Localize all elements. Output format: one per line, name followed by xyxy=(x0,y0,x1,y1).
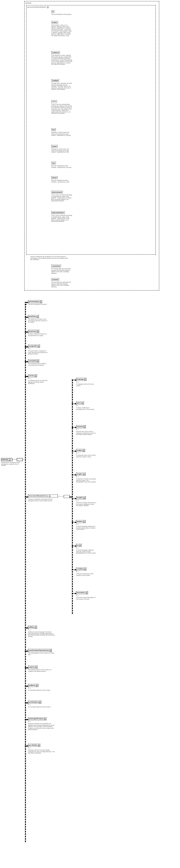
cpa-attr-howuri: howuri xyxy=(51,145,58,148)
dmg-desc: A group of properties associated with th… xyxy=(28,499,55,501)
expand-icon[interactable]: + xyxy=(83,473,85,475)
collapse-icon[interactable]: − xyxy=(47,6,49,8)
collapse-icon[interactable]: − xyxy=(49,495,50,497)
cpa-attr-whyuri: whyuri xyxy=(51,176,58,179)
occurrence: 0..∞ xyxy=(28,747,30,749)
dmg-element-creditline: creditline+ xyxy=(76,567,86,570)
root-desc: Details about the planned news coverage … xyxy=(1,462,21,466)
cpa-group-label: grp:commonPowerAttributes xyxy=(27,6,46,8)
element-edNote: edNote+ xyxy=(28,626,37,629)
xsd-diagram: planning − Details about the planned new… xyxy=(1,1,179,867)
occurrence: 0..∞ xyxy=(28,378,30,379)
cpa-attr-why: why xyxy=(51,162,56,164)
element-desc: A nature, intellectual or journalistic f… xyxy=(76,407,96,410)
element-desc: The editorial urgency of the content, as… xyxy=(28,669,55,672)
occurrence: 0..∞ xyxy=(28,629,30,631)
expand-icon[interactable]: + xyxy=(79,545,81,546)
occurrence: 0..∞ xyxy=(76,500,79,501)
element-desc: A language used by the news content xyxy=(76,383,96,386)
element-itemCount: itemCount+ xyxy=(28,330,39,333)
dmg-occ: 0..∞ xyxy=(58,496,61,497)
collapse-icon[interactable]: − xyxy=(9,459,10,461)
expand-icon[interactable]: + xyxy=(40,301,41,303)
cpa-attr-desc: Why the metadata has been included - exp… xyxy=(51,180,72,183)
element-desc: A free-form textual description of the c… xyxy=(76,597,96,600)
occurrence: 0..∞ xyxy=(76,381,79,383)
element-any---other: any ##other+ xyxy=(28,744,40,747)
cpa-attr-creator: creator xyxy=(51,21,58,24)
cpa-group-desc: A group of attributes for all elements o… xyxy=(30,256,68,260)
cpa-attr-desc: Indicates by which means the -value was … xyxy=(51,132,72,136)
attr-coversfrom: coversfrom xyxy=(51,265,61,267)
expand-icon[interactable]: + xyxy=(83,497,85,499)
element-desc: A free-form expression of the credit(s) … xyxy=(76,573,96,576)
expand-icon[interactable]: + xyxy=(35,666,37,668)
expand-icon[interactable]: + xyxy=(36,316,38,317)
element-desc: A brief and snappy introduction to the c… xyxy=(76,502,96,507)
element-desc: Extension Property; the semantics are de… xyxy=(28,723,55,731)
element-desc: A natural-language statement about the c… xyxy=(76,550,96,554)
expand-icon[interactable]: + xyxy=(81,402,83,404)
expand-icon[interactable]: + xyxy=(36,685,37,686)
expand-icon[interactable]: + xyxy=(83,521,85,523)
occurrence: 0..∞ xyxy=(28,721,30,722)
element-desc: Free-text term to be used for indexing o… xyxy=(76,431,96,435)
expand-icon[interactable]: + xyxy=(39,702,41,703)
expand-icon[interactable]: + xyxy=(84,568,85,570)
element-desc: A sequence of tokens associated with the… xyxy=(76,478,96,483)
element-desc: The kind of planned G2 item(s). xyxy=(28,304,48,305)
element-desc: An important topic of the content; what … xyxy=(76,455,96,458)
element-desc: The scheduled time of delivery for the p… xyxy=(28,363,48,366)
element-urgency: urgency+ xyxy=(28,665,37,669)
element-desc: A natural-language statement of the date… xyxy=(76,526,96,530)
cpa-attr-pubconstrainturi: pubconstrainturi xyxy=(51,211,65,214)
cpa-attr-desc: If the property -value is not defined, s… xyxy=(51,25,72,36)
occurrence: 0..∞ xyxy=(76,571,79,572)
dmg-element-genre: genre+ xyxy=(76,402,84,404)
element-desc: Extension point for pro-vider-specific p… xyxy=(28,749,55,754)
expand-icon[interactable]: + xyxy=(37,345,39,347)
element-scheduled: scheduled+ xyxy=(28,360,39,363)
expand-icon[interactable]: + xyxy=(34,626,36,628)
sequence-root xyxy=(17,458,23,461)
occurrence: 0..∞ xyxy=(76,429,79,430)
occurrence: 0..∞ xyxy=(76,524,79,525)
element-desc: An editorial service by which the planne… xyxy=(28,380,48,384)
element-planningExtProperty: planningExtProperty+ xyxy=(28,717,46,720)
element-itemClass: itemClass+ xyxy=(28,315,39,318)
element-desc: The party which is assigned to cover the… xyxy=(28,350,48,355)
cpa-attr-desc: One or many constraints that apply to pu… xyxy=(51,194,72,202)
occurrence: 0..∞ xyxy=(28,348,30,350)
occurrence: 0..∞ xyxy=(28,687,30,689)
cpa-attr-desc: If the attribute is empty, specifies whi… xyxy=(51,55,72,65)
occurrence: 0..∞ xyxy=(76,453,79,454)
cpa-attr-*******: ******* xyxy=(51,100,57,103)
cpa-attr-desc: Indicates by which means the -value was … xyxy=(51,149,72,153)
dmg-group: DescriptiveMetadataGroup − xyxy=(28,495,58,497)
dmg-element-description: description+ xyxy=(76,591,88,594)
cpa-attr-pubconstraint: pubconstraint xyxy=(51,191,63,193)
occurrence: 0..∞ xyxy=(76,476,79,478)
expand-icon[interactable]: + xyxy=(44,718,46,720)
dmg-element-by: by+ xyxy=(76,544,81,547)
expand-icon[interactable]: + xyxy=(84,379,85,380)
cpa-attr-desc: The date (and, optionally, the time) whe… xyxy=(51,83,72,90)
expand-icon[interactable]: + xyxy=(83,426,85,428)
expand-icon[interactable]: + xyxy=(38,745,40,746)
expand-icon[interactable]: + xyxy=(34,375,36,377)
expand-icon[interactable]: + xyxy=(85,592,87,594)
root-node: planning − xyxy=(1,458,12,461)
occurrence: 0..∞ xyxy=(76,595,79,596)
occurrence: 0..∞ xyxy=(76,547,79,549)
expand-icon[interactable]: + xyxy=(49,650,51,651)
dmg-element-dateline: dateline+ xyxy=(76,520,85,523)
cpa-attr-desc: The local identifier of the property. xyxy=(51,14,72,16)
expand-icon[interactable]: + xyxy=(37,331,38,332)
dmg-element-subject: subject+ xyxy=(76,449,85,452)
element-exclAudience: exclAudience+ xyxy=(28,701,41,704)
element-desc: The characteristics of the content of a … xyxy=(28,652,55,655)
element-g2contenttype: g2contenttype+ xyxy=(28,300,42,303)
dmg-element-keyword: keyword+ xyxy=(76,425,86,428)
expand-icon[interactable]: + xyxy=(83,450,84,452)
expand-icon[interactable]: + xyxy=(37,360,38,362)
